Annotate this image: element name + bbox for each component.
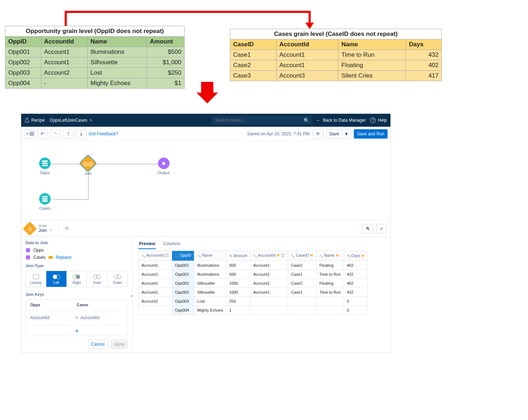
arrow-left-icon: ← [316, 118, 321, 123]
flask-icon [25, 118, 29, 123]
cell [139, 305, 172, 314]
preview-col-header[interactable]: 🔍︎Amount [226, 251, 250, 261]
cell: Account2 [139, 297, 172, 305]
recipe-label: Recipe [25, 118, 45, 123]
back-to-data-manager[interactable]: ← Back to Data Manager [316, 118, 366, 123]
history-button[interactable]: ⟳ [312, 129, 323, 139]
cell: Opp001 [172, 261, 194, 270]
node-cases[interactable]: Cases [39, 193, 51, 210]
pencil-icon[interactable]: ✎ [89, 118, 93, 123]
preview-panel: Preview Columns ◂ AaAccountId⚿AaOppIDAaN… [133, 237, 390, 353]
cell: 402 [344, 261, 367, 270]
node-menu-icon[interactable]: ⋯ [90, 152, 94, 157]
save-dropdown[interactable]: ▼ [342, 129, 351, 139]
saved-timestamp: Saved on Apr 20, 2020, 7:41 PM [247, 131, 309, 136]
upload-button[interactable]: ⤴ [63, 129, 74, 139]
redo-button[interactable]: ↷ [50, 129, 61, 139]
node-opps[interactable]: Opps [39, 158, 51, 175]
table-row[interactable]: Opp004Mighty Echoes10 [139, 305, 368, 314]
undo-button[interactable]: ↶ [37, 129, 48, 139]
apply-button[interactable]: Apply [111, 340, 128, 349]
cell: Case2 [288, 279, 316, 288]
preview-col-header[interactable]: 🔍︎Days⬒ [344, 251, 367, 261]
cell [250, 297, 288, 305]
save-and-run-button[interactable]: Save and Run [354, 129, 388, 139]
node-output[interactable]: ⬢ Output [158, 158, 170, 175]
join-type-left[interactable]: Left [46, 271, 67, 287]
recipe-name[interactable]: OppsLeftJoinCases ✎ [50, 118, 93, 123]
search-icon[interactable]: 🔍 [304, 118, 309, 123]
toolbar: ＋▦ ↶ ↷ ⤴ ⤓ Got Feedback? Saved on Apr 20… [21, 127, 390, 141]
preview-col-header[interactable]: AaOppID [172, 251, 194, 261]
collapse-caret-icon[interactable]: ◂ [130, 294, 132, 298]
tab-preview[interactable]: Preview [138, 239, 156, 249]
cell: Floating [316, 261, 344, 270]
source-opps: Opps [26, 248, 128, 253]
preview-col-header[interactable]: AaName [194, 251, 226, 261]
svg-rect-0 [33, 275, 39, 279]
cell: 250 [226, 297, 250, 305]
cell: Case1 [288, 288, 316, 297]
cell: Silhouette [194, 288, 226, 297]
table-row[interactable]: Account1Opp001Illuminations500Account1Ca… [139, 270, 368, 279]
preview-col-header[interactable]: AaAccountId⚿ [139, 251, 172, 261]
table-row[interactable]: Account1Opp002Silhouette1000Account1Case… [139, 279, 368, 288]
top-navbar: Recipe OppsLeftJoinCases ✎ 🔍 ← Back to D… [21, 114, 390, 127]
cell: Account1 [139, 288, 172, 297]
expand-button[interactable]: ⤢ [376, 224, 387, 233]
tab-columns[interactable]: Columns [162, 239, 181, 249]
edge [92, 164, 160, 164]
cell: Opp001 [172, 270, 194, 279]
cases-table-title: Cases grain level (CaseID does not repea… [230, 29, 442, 39]
add-node-button[interactable]: ＋▦ [24, 129, 35, 139]
big-down-arrow [201, 82, 218, 103]
arrow-head [305, 23, 314, 29]
cancel-button[interactable]: Cancel [88, 340, 108, 349]
cell [250, 305, 288, 314]
cell: 500 [226, 270, 250, 279]
cell [316, 305, 344, 314]
cell [288, 305, 316, 314]
preview-col-header[interactable]: AaCaseID⬒ [288, 251, 316, 261]
join-type-inner[interactable]: Inner [87, 271, 107, 287]
add-key-button[interactable]: ＋ [26, 325, 128, 336]
save-button[interactable]: Save [326, 129, 342, 139]
cell: Account1 [250, 288, 288, 297]
cell: Time to Run [316, 288, 344, 297]
recipe-canvas[interactable]: Opps Cases ⋯ ◎◎ Join ⬢ Output [21, 141, 390, 220]
visibility-toggle-icon[interactable]: 👁︎ [64, 225, 70, 232]
cell: 0 [344, 297, 367, 305]
cell: Account1 [139, 279, 172, 288]
feedback-link[interactable]: Got Feedback? [89, 131, 118, 136]
arrow-segment [65, 11, 311, 13]
cell [316, 297, 344, 305]
cell: Silhouette [194, 279, 226, 288]
pencil-icon[interactable]: ✎ [49, 228, 52, 233]
cell: Case2 [288, 261, 316, 270]
join-type-lookup[interactable]: Lookup [26, 271, 46, 287]
cell: Lost [194, 297, 226, 305]
cell: Mighty Echoes [194, 305, 226, 314]
preview-table: AaAccountId⚿AaOppIDAaName🔍︎AmountAaAccou… [138, 251, 368, 315]
table-row[interactable]: Account1Opp002Silhouette1000Account1Case… [139, 288, 368, 297]
cell: Account1 [250, 279, 288, 288]
cell: 0 [344, 305, 367, 314]
join-type-outer[interactable]: Outer [107, 271, 128, 287]
help-link[interactable]: ? Help [370, 117, 387, 123]
join-header-bar: ◎ JOIN Join✎ 👁︎ 🔍︎ ⤢ [21, 220, 390, 237]
search-box[interactable]: 🔍 [212, 116, 312, 125]
cell: 402 [344, 279, 367, 288]
replace-link[interactable]: Replace [56, 255, 71, 260]
search-input[interactable] [214, 117, 304, 123]
join-keys-label: Join Keys [26, 292, 128, 297]
preview-col-header[interactable]: AaAccountId⬒⚿ [250, 251, 288, 261]
table-row[interactable]: Account2Opp003Lost2500 [139, 297, 368, 305]
zoom-button[interactable]: 🔍︎ [362, 224, 373, 233]
join-key-row[interactable]: AccountId = AccountId [26, 310, 128, 325]
preview-col-header[interactable]: AaName⬒ [316, 251, 344, 261]
node-join[interactable]: ◎◎ Join [82, 157, 94, 176]
download-button[interactable]: ⤓ [76, 129, 87, 139]
join-type-right[interactable]: Right [67, 271, 87, 287]
table-row[interactable]: Account1Opp001Illuminations500Account1Ca… [139, 261, 368, 270]
opportunity-grain-table: Opportunity grain level (OppID does not … [5, 26, 185, 89]
